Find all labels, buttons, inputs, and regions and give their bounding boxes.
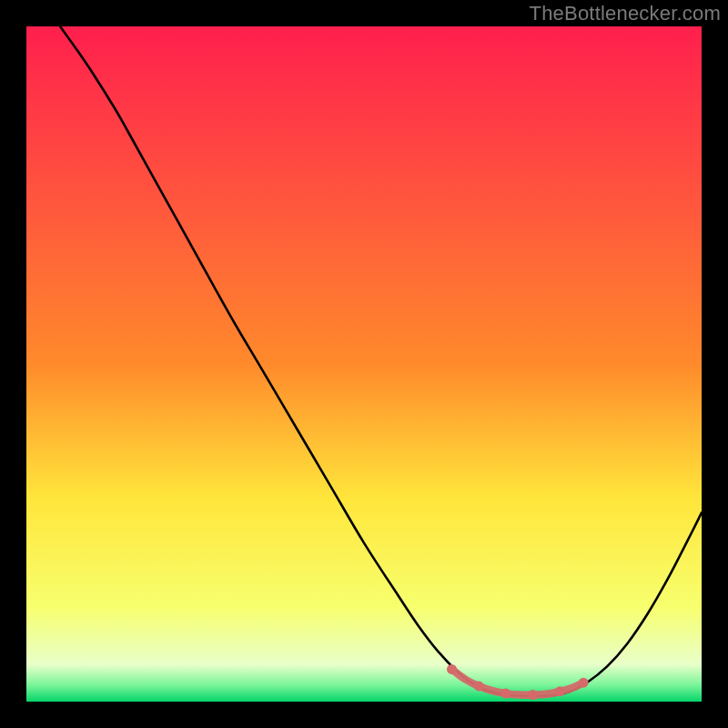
- highlight-dot: [528, 690, 538, 700]
- chart-svg: [26, 26, 702, 702]
- highlight-dot: [447, 664, 457, 674]
- highlight-dot: [555, 686, 565, 696]
- highlight-dot: [500, 689, 511, 699]
- highlight-dot: [474, 681, 484, 691]
- highlight-dot: [579, 678, 589, 688]
- gradient-background: [26, 26, 702, 702]
- chart-frame: TheBottlenecker.com: [0, 0, 728, 728]
- watermark-text: TheBottlenecker.com: [530, 2, 721, 25]
- plot-area: [26, 26, 702, 702]
